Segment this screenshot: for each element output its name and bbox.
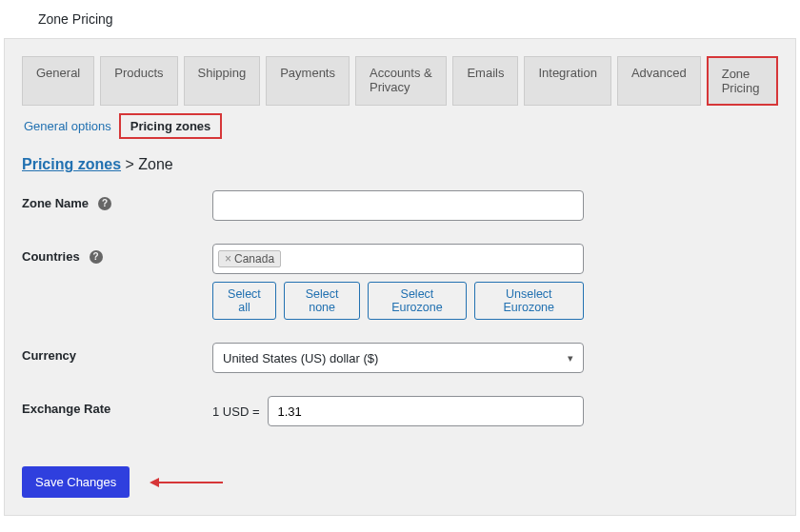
tab-integration[interactable]: Integration [524, 56, 610, 106]
tab-payments[interactable]: Payments [266, 56, 350, 106]
chevron-down-icon: ▾ [568, 352, 573, 365]
arrow-annotation [147, 482, 223, 483]
tab-shipping[interactable]: Shipping [184, 56, 261, 106]
label-exchange-rate: Exchange Rate [22, 396, 212, 416]
help-icon[interactable]: ? [90, 250, 103, 264]
tab-zone-pricing[interactable]: Zone Pricing [707, 56, 778, 106]
zone-name-input[interactable] [212, 190, 584, 221]
breadcrumb-current: Zone [138, 156, 172, 172]
row-zone-name: Zone Name ? [5, 179, 795, 232]
select-none-button[interactable]: Select none [284, 282, 360, 320]
label-exchange-rate-text: Exchange Rate [22, 402, 110, 416]
breadcrumb-sep: > [121, 156, 138, 172]
save-button[interactable]: Save Changes [22, 466, 130, 498]
row-countries: Countries ? × Canada Select all Select n… [5, 232, 795, 331]
exchange-prefix: 1 USD = [212, 404, 260, 419]
page-title: Zone Pricing [0, 0, 800, 38]
tab-general[interactable]: General [22, 56, 94, 106]
row-exchange-rate: Exchange Rate 1 USD = [5, 384, 795, 438]
countries-button-row: Select all Select none Select Eurozone U… [212, 282, 584, 320]
subtab-general-options[interactable]: General options [22, 115, 113, 137]
select-all-button[interactable]: Select all [212, 282, 276, 320]
tab-accounts-privacy[interactable]: Accounts & Privacy [355, 56, 447, 106]
tab-emails[interactable]: Emails [452, 56, 518, 106]
label-currency: Currency [22, 343, 212, 363]
exchange-rate-input[interactable] [268, 396, 585, 426]
row-currency: Currency United States (US) dollar ($) ▾ [5, 331, 795, 384]
select-eurozone-button[interactable]: Select Eurozone [368, 282, 466, 320]
label-zone-name-text: Zone Name [22, 196, 89, 210]
settings-panel: General Products Shipping Payments Accou… [4, 38, 796, 516]
label-countries: Countries ? [22, 244, 212, 264]
close-icon[interactable]: × [225, 252, 231, 266]
help-icon[interactable]: ? [98, 197, 111, 210]
tabs-row: General Products Shipping Payments Accou… [5, 39, 795, 106]
country-chip: × Canada [218, 250, 281, 267]
currency-selected: United States (US) dollar ($) [223, 351, 378, 365]
currency-select[interactable]: United States (US) dollar ($) ▾ [212, 343, 584, 373]
tab-products[interactable]: Products [100, 56, 177, 106]
breadcrumb-link-pricing-zones[interactable]: Pricing zones [22, 156, 121, 172]
breadcrumb: Pricing zones > Zone [5, 139, 795, 179]
countries-input[interactable]: × Canada [212, 244, 584, 274]
subtab-pricing-zones[interactable]: Pricing zones [119, 113, 223, 139]
tab-advanced[interactable]: Advanced [617, 56, 701, 106]
subtabs-row: General options Pricing zones [5, 106, 795, 139]
label-countries-text: Countries [22, 249, 80, 264]
label-zone-name: Zone Name ? [22, 190, 212, 210]
save-row: Save Changes [5, 438, 795, 515]
unselect-eurozone-button[interactable]: Unselect Eurozone [474, 282, 584, 320]
label-currency-text: Currency [22, 348, 76, 363]
chip-label: Canada [234, 252, 274, 266]
